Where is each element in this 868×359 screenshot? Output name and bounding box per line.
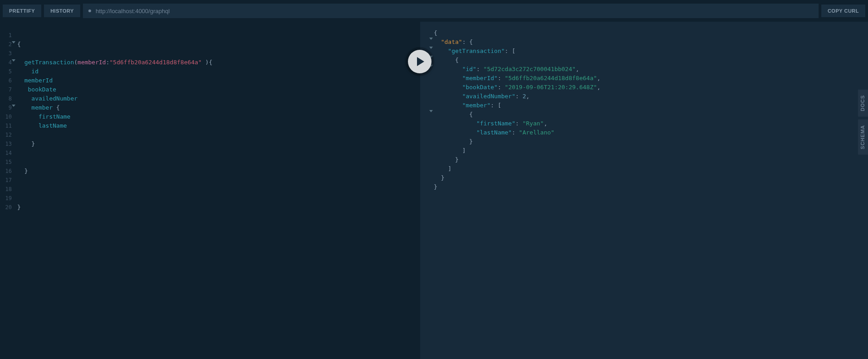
line-number: 6 (0, 76, 12, 85)
line-number: 12 (0, 130, 12, 139)
result-line: ] (428, 164, 868, 173)
schema-tab[interactable]: SCHEMA (858, 120, 868, 155)
docs-tab[interactable]: DOCS (858, 90, 868, 117)
line-number: 2 (0, 40, 12, 49)
result-line: { (428, 29, 868, 38)
line-number: 19 (0, 194, 12, 203)
result-line: ] (428, 146, 868, 155)
query-editor-pane: 1234567891011121314151617181920 { getTra… (0, 22, 420, 359)
play-icon (416, 57, 425, 67)
line-number: 1 (0, 31, 12, 40)
line-number: 13 (0, 139, 12, 148)
result-line: { (428, 110, 868, 119)
execute-query-button[interactable] (408, 50, 432, 73)
line-number: 4 (0, 58, 12, 67)
line-number: 5 (0, 67, 12, 76)
code-line[interactable]: getTransaction(memberId:"5d6ffb20a6244d1… (17, 58, 420, 67)
code-line[interactable]: } (17, 139, 420, 148)
result-line: "memberId": "5d6ffb20a6244d18d8f8e64a", (428, 74, 868, 83)
line-gutter: 1234567891011121314151617181920 (0, 22, 14, 359)
line-number: 8 (0, 94, 12, 103)
result-line: } (428, 173, 868, 182)
code-line[interactable]: { (17, 40, 420, 49)
code-line[interactable] (17, 31, 420, 40)
side-tabs: DOCS SCHEMA (858, 90, 868, 154)
code-line[interactable]: bookDate (17, 85, 420, 94)
code-line[interactable]: availedNumber (17, 94, 420, 103)
code-line[interactable] (17, 194, 420, 203)
history-button[interactable]: HISTORY (44, 5, 80, 17)
line-number: 20 (0, 203, 12, 212)
code-line[interactable]: member { (17, 103, 420, 112)
result-line: "getTransaction": [ (428, 47, 868, 56)
code-line[interactable]: } (17, 167, 420, 176)
code-line[interactable]: lastName (17, 121, 420, 130)
line-number: 17 (0, 176, 12, 185)
code-line[interactable]: memberId (17, 76, 420, 85)
url-bar[interactable] (83, 4, 819, 18)
line-number: 9 (0, 103, 12, 112)
line-number: 18 (0, 185, 12, 194)
prettify-button[interactable]: PRETTIFY (3, 5, 41, 17)
query-editor[interactable]: { getTransaction(memberId:"5d6ffb20a6244… (14, 22, 420, 359)
line-number: 10 (0, 112, 12, 121)
line-number: 3 (0, 49, 12, 58)
result-line: } (428, 137, 868, 146)
code-line[interactable] (17, 49, 420, 58)
line-number: 7 (0, 85, 12, 94)
result-line: } (428, 155, 868, 164)
copy-curl-button[interactable]: COPY CURL (821, 5, 865, 17)
code-line[interactable] (17, 158, 420, 167)
result-line: "data": { (428, 38, 868, 47)
line-number: 14 (0, 148, 12, 158)
result-line: "firstName": "Ryan", (428, 119, 868, 128)
code-line[interactable] (17, 130, 420, 139)
result-line: "availedNumber": 2, (428, 92, 868, 101)
code-line[interactable]: id (17, 67, 420, 76)
main-content: 1234567891011121314151617181920 { getTra… (0, 22, 868, 359)
endpoint-url-input[interactable] (96, 8, 813, 14)
toolbar: PRETTIFY HISTORY COPY CURL (0, 0, 868, 22)
code-line[interactable] (17, 148, 420, 158)
result-line: "lastName": "Arellano" (428, 128, 868, 137)
fold-arrow-icon[interactable] (12, 105, 15, 107)
result-pane: { "data": { "getTransaction": [ { "id": … (420, 22, 868, 359)
code-line[interactable] (17, 176, 420, 185)
connection-status-icon (88, 10, 91, 12)
result-line: "bookDate": "2019-09-06T21:20:29.648Z", (428, 83, 868, 92)
result-line: "member": [ (428, 101, 868, 110)
result-line: } (428, 182, 868, 191)
fold-arrow-icon[interactable] (12, 41, 15, 43)
line-number: 15 (0, 158, 12, 167)
code-line[interactable] (17, 185, 420, 194)
code-line[interactable]: firstName (17, 112, 420, 121)
code-line[interactable]: } (17, 203, 420, 212)
result-line: "id": "5d72cda3c272c700041bb024", (428, 65, 868, 74)
fold-arrow-icon[interactable] (12, 59, 15, 62)
result-line: { (428, 56, 868, 65)
line-number: 11 (0, 121, 12, 130)
line-number: 16 (0, 167, 12, 176)
